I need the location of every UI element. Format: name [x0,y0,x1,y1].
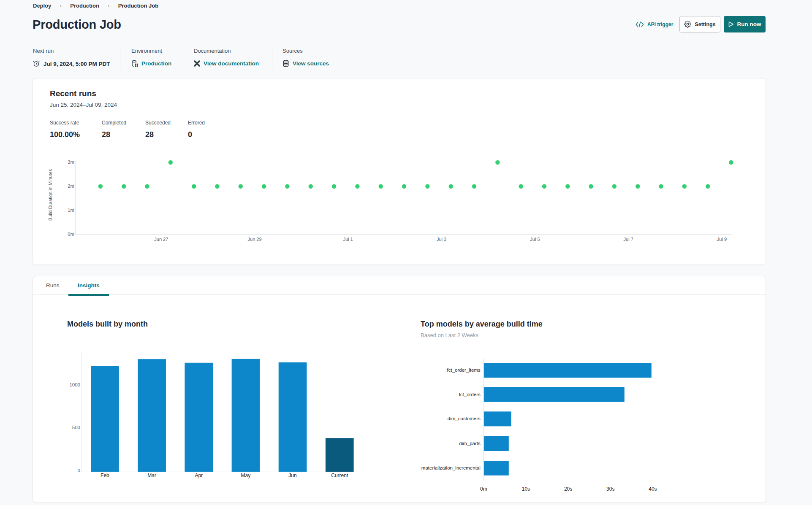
svg-text:Jul 3: Jul 3 [437,237,446,242]
svg-text:Jun: Jun [288,473,296,478]
svg-text:3m: 3m [68,159,74,165]
svg-text:Feb: Feb [100,473,109,478]
svg-text:fct_order_items: fct_order_items [447,367,481,373]
svg-text:0m: 0m [68,232,74,237]
svg-text:materialization_incremental: materialization_incremental [421,465,481,470]
svg-text:10s: 10s [522,486,530,492]
svg-text:1000: 1000 [69,382,80,387]
svg-text:30s: 30s [606,486,614,492]
svg-text:Mar: Mar [147,473,156,478]
svg-text:500: 500 [72,425,80,430]
svg-text:Current: Current [331,473,348,478]
svg-text:0m: 0m [480,486,487,492]
svg-text:May: May [241,473,251,478]
svg-text:Jun 29: Jun 29 [248,237,262,242]
svg-text:Apr: Apr [195,473,203,478]
svg-text:Jul 9: Jul 9 [717,237,727,242]
svg-text:dim_customers: dim_customers [448,416,481,421]
svg-text:Jun 27: Jun 27 [154,237,168,242]
svg-text:Jul 5: Jul 5 [530,237,540,242]
svg-text:1m: 1m [68,208,74,213]
svg-text:0: 0 [78,468,80,473]
svg-text:2m: 2m [68,184,74,189]
svg-text:20s: 20s [564,486,572,492]
svg-text:fct_orders: fct_orders [459,392,481,397]
svg-text:Jul 7: Jul 7 [624,237,633,242]
svg-text:Build Duration in Minutes: Build Duration in Minutes [48,169,53,221]
svg-text:Jul 1: Jul 1 [343,237,353,242]
svg-text:dim_parts: dim_parts [459,441,481,446]
svg-text:40s: 40s [649,486,657,492]
